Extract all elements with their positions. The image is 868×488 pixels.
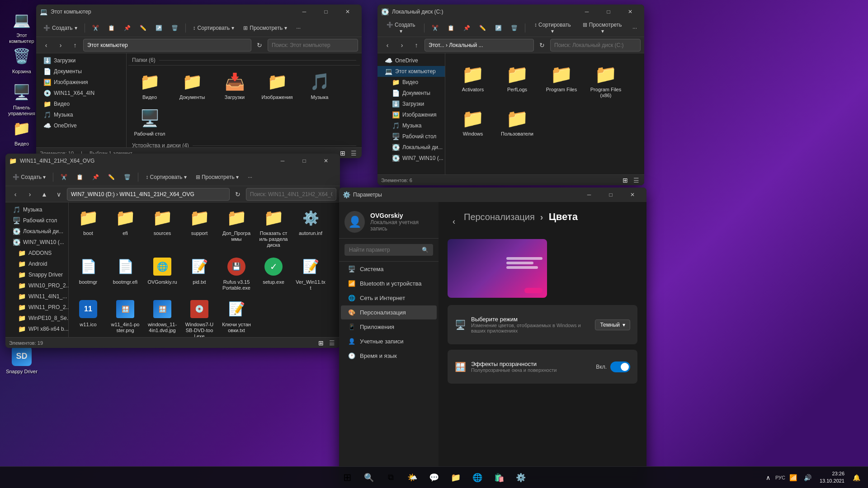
win11-expand-button[interactable]: ∨ [52, 188, 65, 201]
sidebar-c-downloads[interactable]: ⬇️Загрузки [385, 99, 445, 109]
local-c-search-input[interactable] [550, 39, 641, 52]
sidebar-c-local-disk[interactable]: 💽Локальный ди... [385, 142, 445, 153]
local-c-forward-button[interactable]: › [396, 39, 408, 52]
forward-button[interactable]: › [54, 39, 67, 52]
sidebar-snappy[interactable]: 📁Snappy Driver [11, 269, 68, 280]
file-efi[interactable]: 📁 efi [108, 204, 143, 251]
file-ver-win11[interactable]: 📝 Ver_Win11.txt [293, 253, 328, 294]
mode-dropdown[interactable]: Темный ▾ [595, 319, 630, 330]
local-c-rename-button[interactable]: ✏️ [476, 23, 490, 33]
desktop-icon-control-panel[interactable]: 🖥️ Панель управления [4, 80, 40, 118]
sidebar-addons[interactable]: 📁ADDONS [11, 248, 68, 258]
sidebar-this-pc[interactable]: 💻Этот компьютер [377, 66, 445, 77]
local-c-folder-program-files[interactable]: 📁 Program Files [541, 61, 582, 101]
file-ovgorskiy-ru[interactable]: 🌐 OVGorskiy.ru [145, 253, 180, 294]
file-rufus[interactable]: 💾 Rufus v3.15 Portable.exe [219, 253, 254, 294]
delete-button[interactable]: 🗑️ [168, 23, 182, 33]
taskbar-edge-button[interactable]: 🌐 [467, 468, 487, 488]
taskbar-settings-button[interactable]: ⚙️ [511, 468, 531, 488]
create-button[interactable]: ➕ Создать ▾ [40, 23, 81, 33]
sidebar-item-documents[interactable]: 📄Документы [36, 66, 126, 77]
file-pid-txt[interactable]: 📝 pid.txt [182, 253, 217, 294]
win11-create-button[interactable]: ➕ Создать ▾ [9, 172, 49, 182]
file-pokazat-stil[interactable]: 📁 Показать стиль раздела диска [256, 204, 291, 251]
local-c-list-view-button[interactable]: ☰ [632, 176, 641, 185]
local-c-maximize-button[interactable]: □ [598, 5, 619, 19]
win11-address-input[interactable] [67, 188, 230, 201]
settings-menu-personalization[interactable]: 🎨 Персонализация [341, 305, 437, 319]
win11-cut-button[interactable]: ✂️ [57, 172, 71, 182]
back-button[interactable]: ‹ [40, 39, 52, 52]
file-autorun[interactable]: ⚙️ autorun.inf [293, 204, 328, 251]
desktop-icon-recycle-bin[interactable]: 🗑️ Корзина [4, 43, 40, 76]
win11-rename-button[interactable]: ✏️ [104, 172, 118, 182]
file-boot[interactable]: 📁 boot [71, 204, 106, 251]
win11-maximize-button[interactable]: □ [294, 154, 315, 168]
folder-documents[interactable]: 📁 Документы [172, 68, 212, 103]
desktop-icon-video[interactable]: 📁 Видео [4, 116, 40, 149]
sidebar-win10pro2[interactable]: 📁WIN10_PRO_2... [11, 280, 68, 291]
local-c-paste-button[interactable]: 📌 [460, 23, 474, 33]
win11-copy-button[interactable]: 📋 [73, 172, 87, 182]
up-button[interactable]: ↑ [69, 39, 81, 52]
settings-minimize-button[interactable]: ─ [579, 188, 599, 202]
local-c-cut-button[interactable]: ✂️ [428, 23, 442, 33]
settings-maximize-button[interactable]: □ [600, 188, 621, 202]
settings-search-input[interactable] [344, 244, 433, 256]
folder-music[interactable]: 🎵 Музыка [299, 68, 340, 103]
folder-video[interactable]: 📁 Видео [129, 68, 170, 103]
sidebar-win11pro2[interactable]: 📁WIN11_PRO_2... [11, 302, 68, 313]
local-c-sort-button[interactable]: ↕️ Сортировать ▾ [529, 20, 576, 36]
sidebar-item-images[interactable]: 🖼️Изображения [36, 77, 126, 88]
local-c-folder-perflogs[interactable]: 📁 PerfLogs [497, 61, 538, 101]
desktop-icon-snappy-driver[interactable]: SD Snappy Driver [4, 343, 40, 376]
file-bootmgr[interactable]: 📄 bootmgr [71, 253, 106, 294]
taskbar-widgets-button[interactable]: 🌤️ [402, 468, 422, 488]
sidebar-item-music[interactable]: 🎵Музыка [36, 109, 126, 120]
file-windows11-4in1[interactable]: 🪟 windows_11-4in1.dvd.jpg [145, 296, 180, 337]
sidebar-win11-4in1[interactable]: 📁WIN11_4IN1_... [11, 291, 68, 302]
local-c-close-button[interactable]: ✕ [620, 5, 641, 19]
rename-button[interactable]: ✏️ [136, 23, 150, 33]
this-pc-maximize-button[interactable]: □ [316, 5, 336, 19]
view-button[interactable]: ⊞ Просмотреть ▾ [240, 23, 291, 33]
desktop-icon-this-pc[interactable]: 💻 Этот компьютер [4, 7, 40, 46]
taskbar-chat-button[interactable]: 💬 [424, 468, 444, 488]
folder-images[interactable]: 📁 Изображения [257, 68, 297, 103]
sidebar-c-desktop[interactable]: 🖥️Рабочий стол [385, 131, 445, 142]
sidebar-c-music[interactable]: 🎵Музыка [385, 120, 445, 131]
win11-view-button[interactable]: ⊞ Просмотреть ▾ [192, 172, 243, 182]
paste-button[interactable]: 📌 [120, 23, 134, 33]
local-c-folder-activators[interactable]: 📁 Activators [453, 61, 493, 101]
copy-button[interactable]: 📋 [104, 23, 118, 33]
sidebar-item-win11[interactable]: 💿WIN11_X64_4IN [36, 88, 126, 99]
local-c-address-input[interactable] [425, 39, 534, 52]
file-windows7-dvd-tool[interactable]: 💿 Windows7-USB-DVD-tool.exe [182, 296, 217, 337]
file-klyuchi[interactable]: 📝 Ключи установки.txt [219, 296, 254, 337]
settings-menu-apps[interactable]: 📱 Приложения [341, 320, 437, 334]
address-input[interactable] [83, 39, 251, 52]
taskbar-explorer-button[interactable]: 📁 [446, 468, 466, 488]
sidebar-music[interactable]: 🎵Музыка [5, 204, 68, 215]
sidebar-c-documents[interactable]: 📄Документы [385, 88, 445, 99]
sidebar-win7[interactable]: 💽WIN7_WIN10 (... [5, 237, 68, 248]
taskbar-notification-button[interactable]: 🔔 [850, 468, 863, 488]
local-c-create-button[interactable]: ➕ Создать ▾ [381, 20, 420, 36]
search-input[interactable] [268, 39, 358, 52]
this-pc-minimize-button[interactable]: ─ [294, 5, 315, 19]
win11-list-view-button[interactable]: ☰ [327, 338, 336, 347]
win11-back-button[interactable]: ‹ [9, 188, 22, 201]
cut-button[interactable]: ✂️ [89, 23, 103, 33]
file-w11-poster[interactable]: 🪟 w11_4in1-poster.png [108, 296, 143, 337]
win11-minimize-button[interactable]: ─ [272, 154, 293, 168]
share-button[interactable]: ↗️ [152, 23, 166, 33]
local-c-delete-button[interactable]: 🗑️ [507, 23, 521, 33]
more-button[interactable]: ··· [292, 23, 304, 33]
transparency-toggle[interactable] [610, 361, 630, 372]
local-c-folder-users[interactable]: 📁 Пользователи [497, 105, 538, 140]
sidebar-android[interactable]: 📁Android [11, 258, 68, 269]
sidebar-c-win7[interactable]: 💽WIN7_WIN10 (... [385, 153, 445, 164]
sidebar-onedrive[interactable]: ☁️OneDrive [377, 55, 445, 66]
settings-menu-accounts[interactable]: 👤 Учетные записи [341, 334, 437, 348]
sidebar-c-images[interactable]: 🖼️Изображения [385, 109, 445, 120]
